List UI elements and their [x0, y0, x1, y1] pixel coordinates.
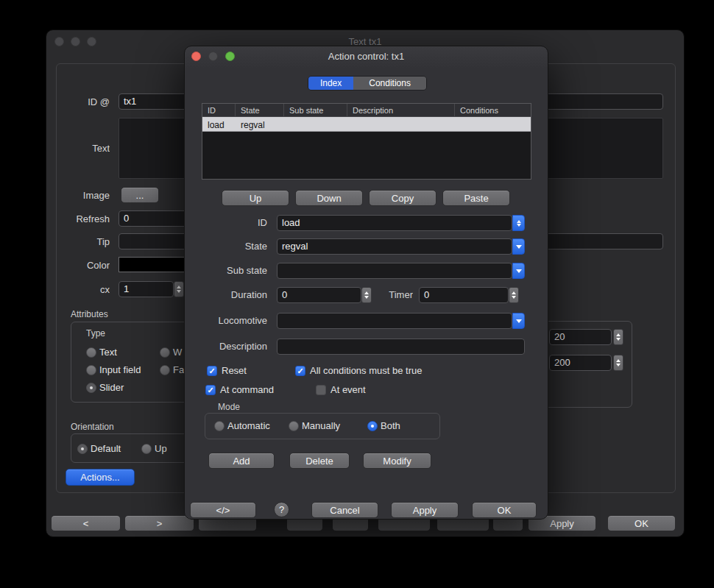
cell-state: regval [236, 117, 284, 131]
cell-id: load [202, 117, 236, 131]
cell-sub-state [284, 117, 347, 131]
locomotive-label: Locomotive [188, 314, 267, 327]
add-button[interactable]: Add [208, 453, 275, 469]
check-icon: ✓ [297, 367, 303, 375]
delete-button[interactable]: Delete [289, 453, 350, 469]
radio-orientation-up[interactable] [141, 444, 152, 454]
column-header-id[interactable]: ID [202, 104, 236, 116]
locomotive-dropdown-button[interactable] [512, 313, 525, 329]
tab-conditions[interactable]: Conditions [353, 77, 426, 90]
tab-index[interactable]: Index [308, 77, 353, 90]
actions-button[interactable]: Actions... [66, 469, 135, 486]
state-combo-field[interactable]: regval [277, 238, 512, 255]
help-button[interactable]: ? [274, 502, 289, 517]
id-combo-field[interactable]: load [277, 215, 512, 231]
stepper-up-icon [177, 286, 181, 288]
code-button[interactable]: </> [190, 502, 256, 518]
id-combo-stepper-button[interactable] [512, 215, 525, 231]
dialog-ok-button[interactable]: OK [472, 502, 537, 518]
stepper-up-icon [616, 359, 621, 362]
cancel-button[interactable]: Cancel [311, 502, 378, 518]
ok-button[interactable]: OK [607, 515, 676, 531]
screen: Text tx1 ID @ tx1 Text Image ... Refresh… [0, 0, 714, 588]
radio-orientation-default-label: Default [91, 443, 121, 455]
modify-button[interactable]: Modify [363, 453, 431, 469]
radio-type-slider[interactable] [86, 383, 96, 393]
duration-label: Duration [188, 288, 267, 302]
mode-label: Mode [218, 402, 240, 412]
reset-checkbox[interactable]: ✓ [207, 366, 217, 376]
radio-type-fa[interactable] [160, 365, 170, 375]
nav-next-button[interactable]: > [124, 515, 194, 531]
stepper-up-icon [616, 333, 621, 336]
at-command-checkbox-label: At command [220, 384, 274, 396]
radio-orientation-up-label: Up [155, 443, 167, 455]
timer-field[interactable]: 0 [419, 287, 509, 303]
down-button[interactable]: Down [295, 190, 363, 206]
right-value-200-stepper[interactable] [613, 355, 623, 371]
id-label: ID [188, 216, 267, 230]
cell-conditions [455, 117, 531, 131]
sub-state-combo-field[interactable] [277, 263, 512, 279]
stepper-down-icon [616, 364, 621, 366]
nav-prev-button[interactable]: < [51, 515, 121, 531]
column-header-state[interactable]: State [236, 104, 284, 116]
radio-mode-manually-label: Manually [302, 420, 340, 432]
radio-mode-automatic-label: Automatic [227, 420, 270, 432]
tip-label: Tip [54, 235, 110, 249]
cell-description [347, 117, 455, 131]
actions-table[interactable]: ID State Sub state Description Condition… [202, 103, 531, 180]
stepper-down-icon [177, 290, 181, 293]
text-label: Text [54, 142, 110, 155]
column-header-conditions[interactable]: Conditions [455, 104, 531, 116]
right-value-20-field[interactable]: 20 [549, 329, 612, 345]
cx-field[interactable]: 1 [119, 281, 174, 297]
right-value-20-stepper[interactable] [613, 329, 623, 345]
copy-button[interactable]: Copy [369, 190, 436, 206]
radio-type-w[interactable] [160, 347, 170, 358]
column-header-sub-state[interactable]: Sub state [284, 104, 347, 116]
locomotive-combo-field[interactable] [277, 313, 512, 329]
table-row[interactable]: load regval [202, 117, 531, 132]
all-conditions-checkbox-label: All conditions must be true [310, 365, 422, 377]
attributes-label: Attributes [71, 309, 108, 319]
id-label: ID @ [54, 96, 110, 109]
cx-label: cx [54, 283, 110, 297]
state-dropdown-button[interactable] [512, 238, 525, 255]
tab-bar: Index Conditions [308, 76, 427, 91]
duration-field[interactable]: 0 [277, 287, 361, 303]
description-field[interactable] [277, 339, 525, 355]
reset-checkbox-label: Reset [222, 365, 247, 377]
chevron-down-icon [516, 319, 522, 323]
dialog-apply-button[interactable]: Apply [391, 502, 459, 518]
image-browse-button[interactable]: ... [121, 187, 159, 203]
image-label: Image [54, 189, 110, 202]
radio-type-text[interactable] [86, 347, 96, 358]
cx-stepper[interactable] [174, 281, 184, 297]
paste-button[interactable]: Paste [442, 190, 510, 206]
state-label: State [188, 240, 267, 253]
up-button[interactable]: Up [222, 190, 289, 206]
radio-mode-manually[interactable] [289, 421, 299, 431]
radio-type-text-label: Text [99, 347, 117, 358]
radio-type-input-field[interactable] [86, 365, 96, 375]
dialog-title: Action control: tx1 [185, 51, 548, 62]
radio-mode-both-label: Both [381, 420, 400, 432]
radio-mode-automatic[interactable] [214, 421, 225, 431]
radio-mode-both[interactable] [367, 421, 378, 431]
sub-state-dropdown-button[interactable] [512, 263, 525, 279]
mode-group: Automatic Manually Both [205, 413, 440, 439]
at-command-checkbox[interactable]: ✓ [205, 385, 216, 395]
radio-orientation-default[interactable] [77, 444, 88, 454]
timer-stepper[interactable] [509, 287, 519, 303]
all-conditions-checkbox[interactable]: ✓ [295, 366, 305, 376]
radio-type-fa-label: Fa [173, 364, 184, 376]
right-value-200-field[interactable]: 200 [549, 355, 612, 371]
at-event-checkbox[interactable] [316, 385, 326, 395]
check-icon: ✓ [208, 367, 215, 375]
stepper-down-icon [512, 296, 516, 299]
sub-state-label: Sub state [188, 264, 267, 277]
stepper-down-icon [616, 338, 621, 341]
column-header-description[interactable]: Description [347, 104, 455, 116]
check-icon: ✓ [207, 386, 213, 394]
